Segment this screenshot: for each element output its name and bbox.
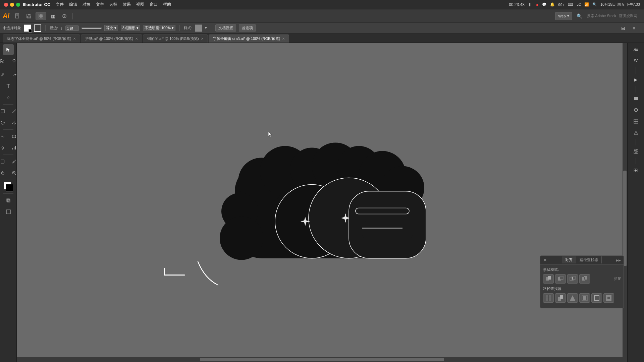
svg-rect-61 xyxy=(560,276,563,280)
zoom-tool[interactable] xyxy=(9,168,17,178)
rotate-tool[interactable] xyxy=(0,117,8,128)
style-swatch[interactable] xyxy=(195,24,202,32)
minus-front-btn[interactable] xyxy=(555,274,566,284)
behind-mode[interactable] xyxy=(3,195,14,206)
artboard-icon[interactable] xyxy=(60,11,69,21)
menu-help[interactable]: 帮助 xyxy=(163,2,171,7)
right-panel-icon4[interactable] xyxy=(631,116,641,127)
pen-tool[interactable] xyxy=(0,69,8,80)
tab-close-0[interactable]: ✕ xyxy=(73,37,76,41)
symbol-tool[interactable] xyxy=(0,142,8,153)
right-panel-ail[interactable]: Ail xyxy=(631,44,641,55)
arrange-btn[interactable] xyxy=(36,12,46,20)
crop-btn[interactable] xyxy=(579,293,590,303)
add-anchor-tool[interactable] xyxy=(9,69,17,80)
stroke-style-select[interactable]: 等比 ▾ xyxy=(104,25,118,31)
unite-btn[interactable] xyxy=(543,274,554,284)
brush-tool[interactable] xyxy=(3,92,14,103)
horizontal-scrollbar[interactable] xyxy=(17,357,627,362)
fill-swatch[interactable] xyxy=(24,24,31,32)
menu-text[interactable]: 文字 xyxy=(96,2,104,7)
inside-mode[interactable] xyxy=(14,195,17,206)
right-panel-icon7[interactable]: ⊞ xyxy=(631,165,641,176)
menu-select[interactable]: 选择 xyxy=(109,2,117,7)
trim-btn[interactable] xyxy=(555,293,566,303)
line-tool[interactable] xyxy=(9,106,17,117)
right-panel-icon1[interactable]: ▶ xyxy=(631,74,641,85)
menu-file[interactable]: 文件 xyxy=(56,2,64,7)
grid-icon[interactable]: ▦ xyxy=(48,11,58,21)
divide-btn[interactable] xyxy=(543,293,554,303)
web-dropdown[interactable]: Web ▾ xyxy=(555,12,572,20)
reflect-tool[interactable] xyxy=(9,117,17,128)
search-icon[interactable]: 🔍 xyxy=(592,2,597,7)
right-panel-icon2[interactable] xyxy=(631,93,641,104)
align-right-panel-icon[interactable]: ⊟ xyxy=(619,23,628,33)
minimize-button[interactable] xyxy=(10,3,14,7)
tool-pair-mode xyxy=(0,195,17,206)
stroke-swatch[interactable] xyxy=(34,24,41,32)
exclude-btn[interactable] xyxy=(579,274,590,284)
search-field-icon[interactable]: 🔍 xyxy=(575,11,584,21)
panel-expand-btn[interactable]: ▸▸ xyxy=(616,257,621,263)
type-tool[interactable]: T xyxy=(3,81,14,92)
tab-0[interactable]: 标志字体全能番.ai* @ 50% (RGB/预览) ✕ xyxy=(3,35,80,43)
tool-pair-warp xyxy=(0,131,17,142)
stroke-color[interactable] xyxy=(6,184,13,191)
lasso-tool[interactable] xyxy=(9,56,17,66)
fullscreen-button[interactable] xyxy=(16,3,20,7)
tab-align[interactable]: 对齐 xyxy=(562,256,576,263)
normal-mode[interactable] xyxy=(0,195,2,206)
vscroll-thumb[interactable] xyxy=(623,171,627,266)
right-panel-icon5[interactable] xyxy=(631,127,641,138)
tab-1[interactable]: 折纸.ai* @ 100% (RGB/预览) ✕ xyxy=(81,35,142,43)
warp-tool[interactable] xyxy=(0,131,8,142)
menu-edit[interactable]: 编辑 xyxy=(69,2,77,7)
opacity-select[interactable]: 不透明度: 100% ▾ xyxy=(143,25,175,31)
color-swatches[interactable] xyxy=(3,181,14,192)
canvas-area[interactable] xyxy=(17,43,627,362)
tab-close-2[interactable]: ✕ xyxy=(201,37,204,41)
tab-pathfinder[interactable]: 路径查找器 xyxy=(576,256,602,263)
right-panel-icon3[interactable] xyxy=(631,105,641,115)
selection-tool[interactable] xyxy=(3,44,14,55)
save-icon[interactable] xyxy=(24,11,34,21)
direct-selection-tool[interactable] xyxy=(0,56,8,66)
doc-setup-btn[interactable]: 文档设置 xyxy=(215,24,236,32)
right-panel-ai1[interactable]: Ai xyxy=(631,56,641,66)
expand-btn[interactable]: 拓展 xyxy=(614,277,621,281)
panel-close-btn[interactable]: ✕ xyxy=(543,257,547,263)
shape-tool[interactable] xyxy=(0,106,8,117)
svg-rect-64 xyxy=(572,277,573,280)
free-transform-tool[interactable] xyxy=(9,131,17,142)
graph-tool[interactable] xyxy=(9,142,17,153)
tab-close-1[interactable]: ✕ xyxy=(135,37,138,41)
hscroll-thumb[interactable] xyxy=(200,358,444,361)
intersect-btn[interactable] xyxy=(567,274,578,284)
tab-3[interactable]: 字体全能番 draft.ai* @ 100% (RGB/预览) ✕ xyxy=(209,35,289,43)
close-button[interactable] xyxy=(4,3,8,7)
stroke-cap-select[interactable]: 3点圆形 ▾ xyxy=(121,25,140,31)
artboard-tool[interactable] xyxy=(0,156,8,167)
vertical-scrollbar[interactable] xyxy=(623,43,627,362)
outline-btn[interactable] xyxy=(591,293,602,303)
preferences-btn[interactable]: 首选项 xyxy=(239,24,256,32)
stroke-value[interactable]: 1 pt xyxy=(65,25,79,31)
panel-options-icon[interactable]: ≡ xyxy=(629,23,639,33)
menu-object[interactable]: 对象 xyxy=(83,2,91,7)
measure-tool[interactable] xyxy=(9,156,17,167)
rpanel-sep-2 xyxy=(636,86,636,93)
new-doc-icon[interactable] xyxy=(13,11,22,21)
menu-view[interactable]: 视图 xyxy=(136,2,144,7)
rpanel-sep-3 xyxy=(636,139,636,145)
menu-effect[interactable]: 效果 xyxy=(123,2,131,7)
minus-back-btn[interactable] xyxy=(603,293,614,303)
merge-btn[interactable] xyxy=(567,293,578,303)
menu-window[interactable]: 窗口 xyxy=(150,2,158,7)
tab-2[interactable]: 钢的琴.ai* @ 100% (RGB/预览) ✕ xyxy=(143,35,208,43)
tab-close-3[interactable]: ✕ xyxy=(282,37,285,41)
svg-line-33 xyxy=(15,174,16,175)
hand-tool[interactable] xyxy=(0,168,8,178)
change-screen-mode[interactable] xyxy=(3,206,14,217)
right-panel-icon6[interactable] xyxy=(631,146,641,157)
